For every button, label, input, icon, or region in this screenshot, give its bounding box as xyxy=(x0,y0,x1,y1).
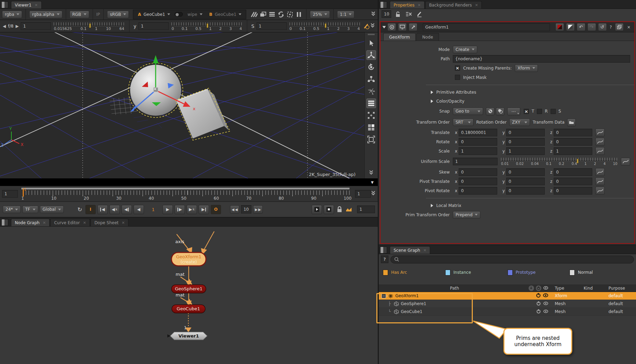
float-panel-button[interactable] xyxy=(615,23,624,31)
step-forward-button[interactable]: ▶ xyxy=(175,205,185,214)
wipe-stripes-icon[interactable] xyxy=(250,11,258,18)
gain-input[interactable]: 1 xyxy=(21,22,51,30)
gl-color-swatch[interactable] xyxy=(566,23,575,31)
jump-back-button[interactable]: ◀◀ xyxy=(230,205,239,214)
zoom-level-dropdown[interactable]: 25% xyxy=(310,11,330,18)
tab-viewer1[interactable]: Viewer1× xyxy=(11,1,42,9)
uniform-scale-slider[interactable]: 0.010.020.040.10.20.412410 xyxy=(501,156,617,167)
goto-end-button[interactable]: ▶ xyxy=(199,205,209,214)
monitor-output-button[interactable] xyxy=(398,23,407,31)
loop-mode-icon[interactable]: ↻ xyxy=(76,206,84,213)
close-icon[interactable]: × xyxy=(423,248,426,252)
panel-expand-icon[interactable] xyxy=(383,26,386,28)
rotate-tool[interactable] xyxy=(366,62,376,72)
layout-grid-tool[interactable] xyxy=(366,111,376,120)
pivot-rotate-y-input[interactable]: 0 xyxy=(506,187,545,195)
pivot-translate-y-input[interactable]: 0 xyxy=(506,178,545,185)
scale-x-input[interactable]: 1 xyxy=(459,147,497,155)
prev-keyframe-button[interactable]: ◀k xyxy=(110,205,120,214)
close-icon[interactable]: × xyxy=(83,220,86,225)
toolbar-collapse[interactable] xyxy=(371,11,376,18)
snap-r-checkbox[interactable] xyxy=(537,109,542,114)
snap-more-button[interactable]: ⋯ xyxy=(507,107,520,115)
scenegraph-row-geosphere1[interactable]: ├ GeoSphere1 Mesh default xyxy=(379,300,636,308)
tab-node[interactable]: Node xyxy=(416,33,439,41)
pane-grip[interactable] xyxy=(380,247,387,253)
uniform-scale-handle[interactable] xyxy=(577,159,578,163)
skew-z-input[interactable]: 0 xyxy=(554,168,592,176)
scale-y-input[interactable]: 1 xyxy=(506,147,545,155)
path-input[interactable]: {nodename} xyxy=(453,55,630,63)
rotate-y-input[interactable]: 0 xyxy=(506,138,545,146)
lock-range-icon[interactable] xyxy=(336,206,343,213)
sample-dropper-icon[interactable] xyxy=(363,22,370,30)
input-a-dropdown[interactable]: AGeoCube1 xyxy=(135,11,173,18)
column-path[interactable]: Path xyxy=(379,286,528,291)
layer-dropdown[interactable]: rgba.alpha xyxy=(29,11,62,18)
range-end-input[interactable]: 1 xyxy=(357,206,375,213)
edit-pencil-icon[interactable] xyxy=(416,10,423,18)
gamma-input[interactable]: 1 xyxy=(138,22,169,30)
pivot-translate-animation-button[interactable] xyxy=(595,177,605,185)
scale-tool[interactable] xyxy=(366,74,376,84)
tab-node-graph[interactable]: Node Graph× xyxy=(11,219,50,226)
layers-icon[interactable] xyxy=(259,11,267,18)
input-b-dropdown[interactable]: BGeoCube1 xyxy=(207,11,244,18)
saturation-slider-handle[interactable] xyxy=(325,23,326,28)
refresh-icon[interactable] xyxy=(277,11,285,18)
set-out-button[interactable]: O xyxy=(211,205,221,214)
playhead[interactable] xyxy=(23,188,24,197)
input-process-toggle[interactable]: IP xyxy=(96,12,100,17)
gamma-slider[interactable]: 00.10.51234 xyxy=(171,21,242,32)
node-color-swatch[interactable] xyxy=(555,23,564,31)
pivot-translate-z-input[interactable]: 0 xyxy=(554,178,592,185)
center-node-button[interactable] xyxy=(387,23,396,31)
scenegraph-help-button[interactable]: ? xyxy=(381,256,388,263)
frame-input-left[interactable]: 1 xyxy=(2,190,18,198)
tab-geoxform[interactable]: GeoXform xyxy=(383,33,416,41)
tab-curve-editor[interactable]: Curve Editor× xyxy=(50,219,90,226)
pane-grip[interactable] xyxy=(1,219,8,226)
next-keyframe-button[interactable]: ▶k xyxy=(187,205,197,214)
saturation-input[interactable]: 1 xyxy=(257,22,287,30)
visibility-column-icon[interactable] xyxy=(543,286,548,291)
scale-z-input[interactable]: 1 xyxy=(554,147,592,155)
pane-grip[interactable] xyxy=(380,1,387,8)
frame-view-tool[interactable] xyxy=(366,135,376,144)
snap-t-checkbox[interactable] xyxy=(524,109,529,114)
visibility-toggle-icon[interactable] xyxy=(543,293,548,298)
load-state-icon[interactable] xyxy=(529,285,534,291)
lock-panels-icon[interactable] xyxy=(394,10,402,18)
activation-toggle-icon[interactable] xyxy=(536,301,541,306)
snap-geo-rotate-button[interactable] xyxy=(496,107,504,115)
color-opacity-section[interactable]: Color/Opacity xyxy=(380,97,634,105)
quad-view-tool[interactable] xyxy=(366,123,376,132)
scenegraph-row-geocube1[interactable]: └ GeoCube1 Mesh default xyxy=(379,308,636,316)
saturation-slider[interactable]: 00.10.51234 xyxy=(290,21,360,32)
gain-next-icon[interactable]: ▶ xyxy=(15,24,19,29)
transform-order-dropdown[interactable]: SRT xyxy=(453,118,473,126)
uniform-scale-animation-button[interactable] xyxy=(621,158,630,166)
local-matrix-section[interactable]: Local Matrix xyxy=(380,201,634,210)
timeline-collapse[interactable] xyxy=(371,190,376,197)
frame-range-dropdown[interactable]: Global xyxy=(40,206,64,213)
toolcol-collapse[interactable] xyxy=(369,170,374,176)
pause-icon[interactable] xyxy=(295,11,303,18)
transform-data-folder-button[interactable] xyxy=(567,118,576,126)
uniform-scale-input[interactable]: 1 xyxy=(453,158,498,165)
column-type[interactable]: Type xyxy=(549,286,584,291)
wipe-dropdown[interactable]: wipe xyxy=(185,11,205,18)
current-frame-value[interactable]: 1 xyxy=(146,207,161,212)
rotate-x-input[interactable]: 0 xyxy=(459,138,497,146)
controls-collapse[interactable] xyxy=(370,23,375,29)
goto-start-button[interactable]: ◀ xyxy=(97,205,108,214)
gain-slider[interactable]: 0.0156250.111064 xyxy=(54,21,124,32)
play-backward-button[interactable]: ◀ xyxy=(134,205,144,214)
colorspace-dropdown[interactable]: sRGB xyxy=(107,11,129,18)
set-in-button[interactable]: I xyxy=(85,205,96,214)
activation-toggle-icon[interactable] xyxy=(536,309,541,314)
jump-forward-button[interactable]: ▶▶ xyxy=(253,205,262,214)
pivot-rotate-z-input[interactable]: 0 xyxy=(554,187,592,195)
gamma-slider-handle[interactable] xyxy=(207,23,208,28)
close-icon[interactable]: × xyxy=(122,220,125,225)
